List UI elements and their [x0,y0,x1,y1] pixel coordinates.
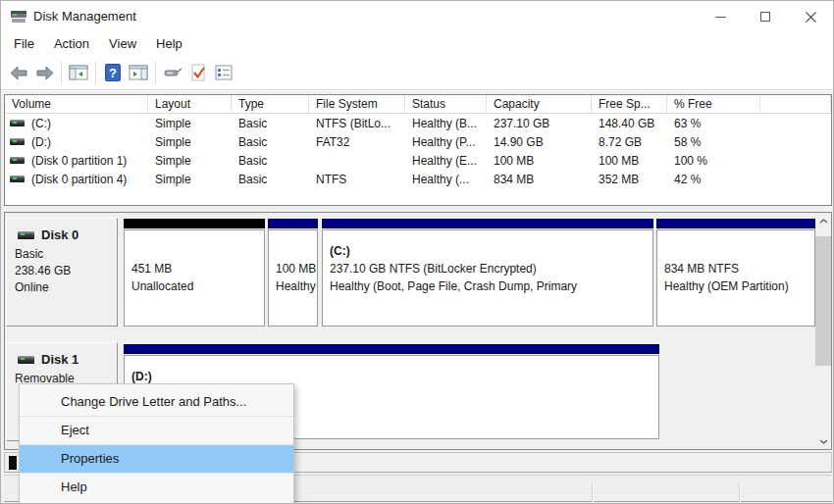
scroll-up-button[interactable] [815,213,831,228]
unallocated-legend-swatch [9,456,17,470]
partition-size: 100 MB [276,260,317,277]
partition-status: Healthy (Boot, Page File, Crash Dump, Pr… [330,277,652,295]
partition-c[interactable]: (C:) 237.10 GB NTFS (BitLocker Encrypted… [322,219,653,327]
col-status[interactable]: Status [405,95,487,113]
chevron-down-icon [819,439,828,444]
maximize-button[interactable] [743,1,788,32]
minimize-button[interactable] [698,1,743,32]
forward-button[interactable] [31,61,57,85]
partition-oem[interactable]: 834 MB NTFS Healthy (OEM Partition) [656,219,815,327]
type-cell: Basic [232,173,309,186]
titlebar: Disk Management [1,1,833,32]
partition-label: (C:) [330,242,652,260]
table-row-c[interactable]: (C:) Simple Basic NTFS (BitLo... Healthy… [5,114,831,132]
volume-cell: (Disk 0 partition 4) [5,173,148,186]
back-arrow-icon [10,66,28,80]
show-action-pane-button[interactable] [126,61,151,85]
maximize-icon [760,12,770,22]
partition-unallocated[interactable]: 451 MB Unallocated [124,219,265,327]
free-cell: 148.40 GB [592,117,667,130]
disk0-status: Online [15,279,117,296]
type-cell: Basic [232,154,309,168]
table-row-d[interactable]: (D:) Simple Basic FAT32 Healthy (P... 14… [5,132,831,151]
volume-cell: (D:) [5,135,148,149]
partition-status: Unallocated [131,277,264,295]
table-row-partition4[interactable]: (Disk 0 partition 4) Simple Basic NTFS H… [5,170,831,188]
disk1-name: Disk 1 [41,352,78,367]
help-button[interactable]: ? [100,61,126,85]
partition-efi[interactable]: 100 MB Healthy (EFI Sy [268,219,318,327]
checkmark-icon [189,64,207,81]
menu-item-properties[interactable]: Properties [20,445,293,473]
close-button[interactable] [788,1,833,32]
popup-window-button[interactable] [160,61,185,85]
col-type[interactable]: Type [232,95,309,113]
properties-tool-button[interactable] [211,61,236,85]
menu-item-help[interactable]: Help [20,474,293,501]
menu-item-eject[interactable]: Eject [20,417,293,444]
disk-icon [18,356,34,364]
capacity-cell: 100 MB [487,154,592,168]
layout-cell: Simple [148,135,232,149]
volume-icon [10,176,25,182]
menu-item-change-drive-letter[interactable]: Change Drive Letter and Paths... [20,388,293,416]
menubar: File Action View Help [1,32,833,56]
context-menu: Change Drive Letter and Paths... Eject P… [19,383,294,504]
volume-icon [10,157,25,164]
help-icon: ? [105,64,121,81]
disk0-title: Disk 0 [15,227,117,242]
menu-help[interactable]: Help [146,32,192,56]
window-title: Disk Management [33,9,136,24]
disk0-label-panel[interactable]: Disk 0 Basic 238.46 GB Online [6,218,118,327]
col-pct-free[interactable]: % Free [667,95,760,113]
check-tool-button[interactable] [185,61,211,85]
scroll-down-button[interactable] [815,433,831,449]
col-layout[interactable]: Layout [148,95,232,113]
partition-label [664,242,814,260]
statusbar-divider [592,482,594,502]
capacity-cell: 834 MB [487,173,592,186]
show-console-tree-button[interactable] [66,61,91,85]
free-cell: 352 MB [592,173,667,186]
disk-icon [18,231,34,239]
disk0-name: Disk 0 [41,227,78,242]
partition-label [276,242,317,260]
layout-cell: Simple [148,154,232,168]
volume-cell: (C:) [5,117,148,130]
toolbar: ? [1,56,833,90]
partition-color-bar [656,219,815,228]
back-button[interactable] [6,61,31,85]
pct-cell: 100 % [667,154,760,168]
pct-cell: 58 % [667,135,760,149]
scrollbar-thumb[interactable] [815,236,831,366]
col-file-system[interactable]: File System [309,95,405,113]
capacity-cell: 14.90 GB [487,135,592,149]
forward-arrow-icon [35,66,54,80]
col-free-space[interactable]: Free Sp... [592,95,667,113]
menu-view[interactable]: View [99,32,146,56]
minimize-icon [715,17,726,18]
console-tree-icon [69,65,88,80]
vertical-scrollbar[interactable] [815,213,831,449]
status-cell: Healthy (B... [405,117,487,130]
menu-action[interactable]: Action [44,32,99,56]
partition-status: Healthy (OEM Partition) [664,277,814,295]
disk0-details: Basic 238.46 GB Online [15,246,117,296]
volume-cell: (Disk 0 partition 1) [5,154,148,168]
partition-color-bar [268,219,318,228]
col-volume[interactable]: Volume [5,95,148,113]
partition-color-bar [124,219,265,228]
table-row-partition1[interactable]: (Disk 0 partition 1) Simple Basic Health… [5,151,831,170]
disk-management-window: Disk Management File Action View Help [0,0,834,504]
col-capacity[interactable]: Capacity [487,95,592,113]
fs-cell: NTFS (BitLo... [309,117,405,130]
toolbar-separator [155,62,156,83]
volume-icon [10,138,25,145]
menu-file[interactable]: File [4,32,44,56]
disk-drive-icon [11,10,27,24]
close-icon [806,12,816,23]
free-cell: 100 MB [592,154,667,168]
fs-cell: FAT32 [309,135,405,149]
partition-size: 237.10 GB NTFS (BitLocker Encrypted) [330,260,652,277]
disk0-capacity: 238.46 GB [15,263,117,279]
